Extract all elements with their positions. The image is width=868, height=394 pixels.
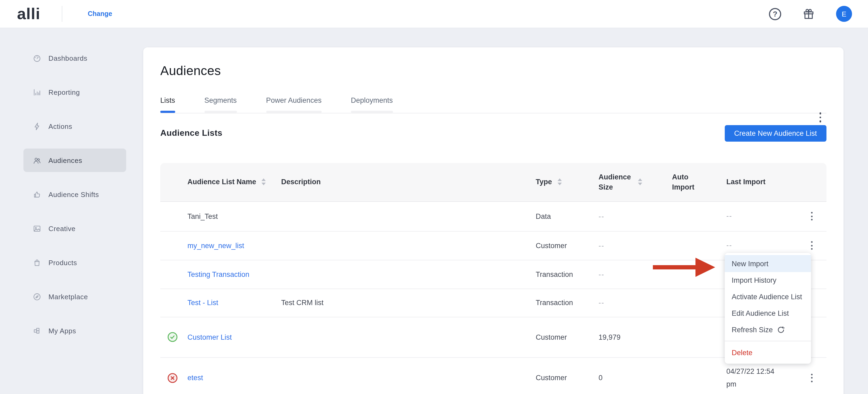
app-root: alli Change ? E DashboardsReportingActio… [0, 0, 868, 394]
sidebar-item-audience-shifts[interactable]: Audience Shifts [24, 183, 126, 206]
sidebar-item-label: Audience Shifts [49, 190, 99, 198]
menu-item-label: Edit Audience List [732, 309, 789, 317]
size-value: -- [598, 241, 604, 249]
menu-item-edit-audience-list[interactable]: Edit Audience List [725, 305, 811, 322]
topbar-actions: ? E [769, 6, 852, 22]
column-label: Audience Size [598, 172, 632, 192]
type-value: Data [536, 212, 551, 220]
alli-logo: alli [17, 6, 40, 22]
card-kebab-menu-icon[interactable] [817, 110, 823, 124]
menu-item-delete[interactable]: Delete [725, 344, 811, 361]
tab-underline [160, 111, 175, 113]
column-label: Audience List Name [187, 177, 256, 187]
description-value: Test CRM list [281, 299, 323, 307]
size-value: -- [598, 212, 604, 220]
sort-arrows-icon[interactable] [638, 179, 642, 185]
menu-item-import-history[interactable]: Import History [725, 272, 811, 289]
products-icon [32, 258, 41, 267]
user-avatar[interactable]: E [836, 6, 852, 22]
menu-item-refresh-size[interactable]: Refresh Size [725, 322, 811, 338]
sidebar-nav: DashboardsReportingActionsAudiencesAudie… [0, 28, 143, 353]
audience-list-name-link[interactable]: Testing Transaction [187, 270, 249, 278]
audience-list-name-link[interactable]: etest [187, 374, 203, 382]
sort-arrows-icon[interactable] [261, 179, 266, 185]
tab-segments[interactable]: Segments [205, 96, 237, 113]
sidebar-item-label: Marketplace [49, 293, 88, 301]
help-icon[interactable]: ? [769, 8, 781, 20]
actions-icon [32, 122, 41, 131]
size-value: 19,979 [598, 333, 621, 341]
column-header-audience-list-name[interactable]: Audience List Name [185, 177, 279, 187]
create-new-audience-list-button[interactable]: Create New Audience List [724, 125, 827, 141]
audience-list-name-link[interactable]: my_new_new_list [187, 241, 244, 249]
refresh-icon [777, 326, 785, 334]
sidebar-item-products[interactable]: Products [24, 251, 126, 274]
menu-item-new-import[interactable]: New Import [725, 255, 811, 272]
sidebar-item-reporting[interactable]: Reporting [24, 81, 126, 104]
tab-lists[interactable]: Lists [160, 96, 175, 113]
type-value: Customer [536, 374, 567, 382]
sidebar-item-actions[interactable]: Actions [24, 115, 126, 138]
size-value: -- [598, 299, 604, 307]
type-value: Customer [536, 241, 567, 249]
list-toolbar: Audience Lists Create New Audience List [160, 125, 827, 141]
column-label: Auto Import [672, 172, 706, 192]
tab-label: Lists [160, 96, 175, 111]
column-header-description: Description [279, 177, 532, 187]
row-kebab-menu-icon[interactable] [806, 371, 816, 385]
top-bar: alli Change ? E [0, 0, 868, 28]
section-title: Audience Lists [160, 128, 222, 138]
last_import-value: -- [726, 239, 732, 252]
error-status-icon [160, 372, 185, 383]
column-header-last-import: Last Import [722, 177, 797, 187]
sidebar-item-label: Dashboards [49, 54, 87, 62]
type-value: Transaction [536, 299, 573, 307]
tab-bar: ListsSegmentsPower AudiencesDeployments [160, 96, 827, 113]
row-kebab-menu-icon[interactable] [806, 209, 816, 223]
sort-arrows-icon[interactable] [557, 179, 561, 185]
sidebar-item-label: Actions [49, 122, 72, 130]
sidebar-item-label: Reporting [49, 88, 80, 96]
audience-list-name: Tani_Test [187, 212, 218, 220]
size-value: -- [598, 270, 604, 278]
row-kebab-menu-icon[interactable] [806, 239, 816, 252]
tab-label: Deployments [351, 96, 393, 111]
audience-list-name-link[interactable]: Customer List [187, 333, 232, 341]
audiences-icon [32, 156, 41, 165]
my-apps-icon [32, 326, 41, 335]
sidebar-item-audiences[interactable]: Audiences [24, 149, 126, 172]
audience-list-name-link[interactable]: Test - List [187, 299, 218, 307]
row-context-menu: New ImportImport HistoryActivate Audienc… [725, 253, 811, 364]
column-header-type[interactable]: Type [532, 177, 595, 187]
tab-deployments[interactable]: Deployments [351, 96, 393, 113]
last_import-value: -- [726, 210, 732, 222]
sidebar-item-marketplace[interactable]: Marketplace [24, 285, 126, 308]
menu-item-activate-audience-list[interactable]: Activate Audience List [725, 289, 811, 305]
menu-divider [725, 341, 811, 341]
tab-underline [266, 111, 322, 113]
tab-label: Power Audiences [266, 96, 322, 111]
menu-item-label: Import History [732, 276, 776, 284]
size-value: 0 [598, 374, 602, 382]
gift-icon[interactable] [802, 7, 815, 21]
tab-label: Segments [205, 96, 237, 111]
sidebar-item-dashboards[interactable]: Dashboards [24, 46, 126, 70]
reporting-icon [32, 88, 41, 97]
success-status-icon [160, 332, 185, 342]
change-link[interactable]: Change [88, 10, 112, 18]
menu-item-label: Activate Audience List [732, 293, 802, 301]
creative-icon [32, 224, 41, 233]
menu-item-label: New Import [732, 260, 768, 268]
column-header-auto-import: Auto Import [669, 172, 722, 192]
column-header-audience-size[interactable]: Audience Size [595, 172, 669, 192]
sidebar-item-creative[interactable]: Creative [24, 217, 126, 240]
tab-underline [205, 111, 237, 113]
column-label: Description [281, 177, 321, 187]
tab-power-audiences[interactable]: Power Audiences [266, 96, 322, 113]
table-header-row: Audience List NameDescriptionTypeAudienc… [160, 163, 827, 202]
sidebar-item-label: Audiences [49, 156, 82, 164]
menu-item-label: Delete [732, 349, 752, 357]
sidebar-item-label: Products [49, 259, 77, 267]
page-title: Audiences [160, 63, 827, 78]
sidebar-item-my-apps[interactable]: My Apps [24, 319, 126, 342]
